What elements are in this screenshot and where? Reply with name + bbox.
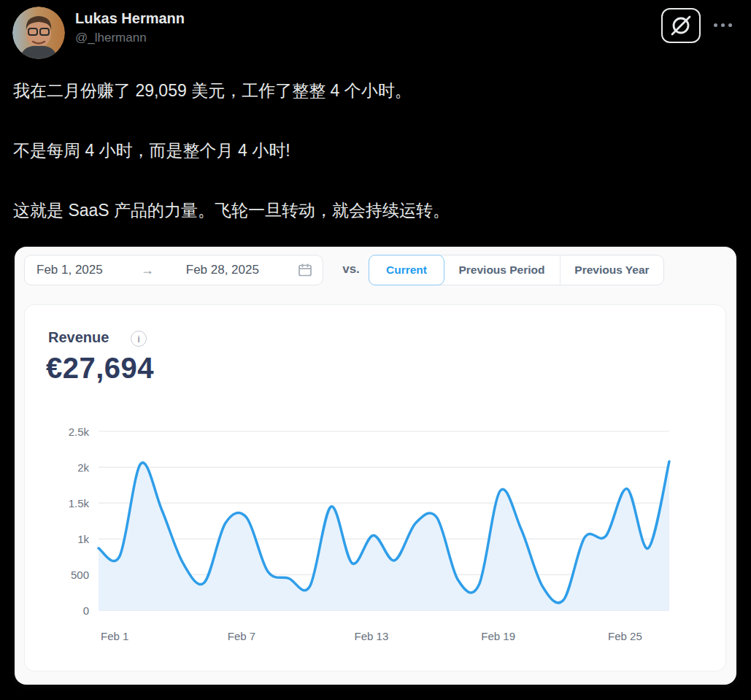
svg-text:2.5k: 2.5k bbox=[69, 426, 90, 438]
svg-text:500: 500 bbox=[71, 569, 89, 581]
more-options-button[interactable] bbox=[714, 19, 732, 31]
comparison-tabs: Current Previous Period Previous Year bbox=[369, 255, 664, 285]
arrow-right-icon: → bbox=[141, 263, 154, 278]
end-date[interactable]: Feb 28, 2025 bbox=[186, 263, 259, 277]
svg-text:Feb 13: Feb 13 bbox=[355, 630, 389, 642]
avatar[interactable] bbox=[12, 7, 65, 59]
slash-circle-badge-button[interactable] bbox=[661, 8, 701, 43]
date-range-picker[interactable]: Feb 1, 2025 → Feb 28, 2025 bbox=[24, 255, 323, 285]
revenue-chart[interactable]: 05001k1.5k2k2.5kFeb 1Feb 7Feb 13Feb 19Fe… bbox=[25, 305, 725, 671]
ellipsis-icon bbox=[714, 23, 717, 27]
svg-text:1.5k: 1.5k bbox=[69, 497, 90, 509]
svg-text:0: 0 bbox=[83, 604, 89, 617]
dashboard-card: Feb 1, 2025 → Feb 28, 2025 vs. Current P… bbox=[15, 247, 736, 685]
tab-previous-period[interactable]: Previous Period bbox=[444, 255, 560, 285]
svg-text:Feb 25: Feb 25 bbox=[608, 630, 642, 642]
author-name[interactable]: Lukas Hermann bbox=[75, 10, 185, 27]
tweet-paragraph-3: 这就是 SaaS 产品的力量。飞轮一旦转动，就会持续运转。 bbox=[13, 198, 450, 223]
tweet-paragraph-2: 不是每周 4 小时，而是整个月 4 小时! bbox=[13, 138, 290, 163]
svg-text:Feb 19: Feb 19 bbox=[481, 630, 515, 642]
svg-text:Feb 1: Feb 1 bbox=[101, 630, 128, 642]
start-date[interactable]: Feb 1, 2025 bbox=[36, 263, 103, 277]
avatar-photo bbox=[12, 7, 65, 59]
svg-text:2k: 2k bbox=[77, 461, 89, 474]
calendar-icon[interactable] bbox=[297, 262, 313, 278]
slash-circle-icon bbox=[670, 15, 692, 36]
svg-text:1k: 1k bbox=[77, 533, 89, 545]
tab-previous-year[interactable]: Previous Year bbox=[560, 255, 663, 285]
revenue-panel: Revenue i €27,694 05001k1.5k2k2.5kFeb 1F… bbox=[24, 304, 726, 672]
vs-label: vs. bbox=[336, 262, 366, 277]
tab-current[interactable]: Current bbox=[369, 255, 444, 285]
tweet-paragraph-1: 我在二月份赚了 29,059 美元，工作了整整 4 个小时。 bbox=[13, 78, 412, 103]
author-handle[interactable]: @_lhermann bbox=[75, 31, 147, 45]
svg-text:Feb 7: Feb 7 bbox=[228, 630, 255, 642]
